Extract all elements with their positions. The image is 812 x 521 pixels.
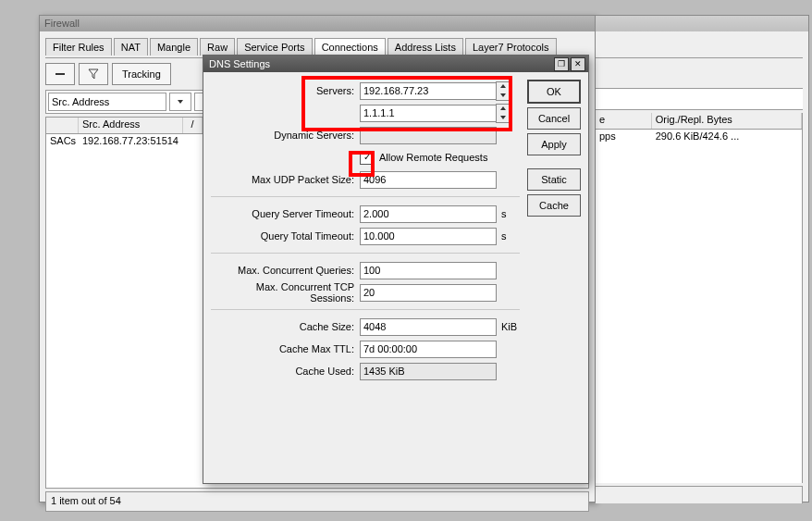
servers-label: Servers:	[211, 85, 360, 96]
col-sort-marker[interactable]: /	[183, 118, 203, 133]
tab-connections[interactable]: Connections	[314, 38, 386, 56]
seconds-unit: s	[501, 230, 520, 242]
filter-field-combo[interactable]: Src. Address	[48, 93, 166, 111]
col-blank[interactable]	[46, 118, 79, 133]
allow-remote-checkbox[interactable]	[360, 151, 374, 165]
ok-label: OK	[547, 86, 561, 97]
static-label: Static	[541, 174, 567, 185]
cell-src-address: 192.168.77.23:51514	[79, 134, 198, 149]
max-udp-field[interactable]	[360, 171, 497, 189]
tab-service-ports[interactable]: Service Ports	[237, 38, 312, 56]
query-server-timeout-field[interactable]	[360, 205, 497, 223]
col-e-label: e	[599, 114, 605, 125]
ok-button[interactable]: OK	[527, 80, 581, 104]
server1-spinner[interactable]	[496, 81, 511, 101]
cache-used-field	[360, 363, 497, 380]
filter-field-label: Src. Address	[52, 96, 109, 107]
query-server-timeout-label: Query Server Timeout:	[211, 208, 360, 219]
status-bar: 1 item out of 54	[45, 491, 589, 512]
cache-used-label: Cache Used:	[211, 366, 360, 377]
right-window-fragment: e Orig./Repl. Bytes pps 290.6 KiB/424.6 …	[596, 15, 809, 502]
col-orig-repl-bytes[interactable]: Orig./Repl. Bytes	[652, 113, 802, 129]
cell-type: SACs	[46, 134, 79, 149]
cache-button[interactable]: Cache	[527, 194, 581, 217]
cancel-button[interactable]: Cancel	[527, 107, 581, 130]
dns-form: Servers:	[211, 80, 520, 382]
seconds-unit: s	[501, 208, 520, 219]
col-e[interactable]: e	[596, 113, 652, 129]
cancel-label: Cancel	[538, 113, 570, 124]
query-total-timeout-label: Query Total Timeout:	[211, 230, 360, 242]
close-button[interactable]: ✕	[571, 57, 585, 71]
apply-button[interactable]: Apply	[527, 133, 581, 155]
dns-title: DNS Settings	[209, 58, 270, 69]
filter-button[interactable]	[79, 63, 108, 85]
tab-raw[interactable]: Raw	[200, 38, 235, 56]
filter-field-dropdown[interactable]	[169, 93, 191, 111]
dynamic-servers-field	[360, 127, 497, 144]
server2-spinner[interactable]	[496, 104, 511, 123]
tab-nat[interactable]: NAT	[114, 38, 148, 56]
server2-field[interactable]	[360, 105, 497, 122]
max-conc-tcp-label: Max. Concurrent TCP Sessions:	[211, 281, 360, 304]
firewall-titlebar[interactable]: Firewall	[40, 16, 595, 31]
dns-button-column: OK Cancel Apply Static Cache	[527, 80, 581, 382]
max-conc-tcp-field[interactable]	[360, 284, 497, 302]
sort-marker: /	[191, 118, 193, 130]
allow-remote-label: Allow Remote Requests	[379, 152, 487, 163]
minus-icon	[55, 73, 65, 75]
max-conc-queries-label: Max. Concurrent Queries:	[211, 265, 360, 276]
max-udp-label: Max UDP Packet Size:	[211, 174, 360, 185]
tracking-button[interactable]: Tracking	[112, 63, 171, 85]
spin-down-icon[interactable]	[497, 91, 510, 100]
firewall-title: Firewall	[44, 18, 80, 29]
cache-size-label: Cache Size:	[211, 321, 360, 332]
cache-max-ttl-field[interactable]	[360, 341, 497, 358]
apply-label: Apply	[541, 139, 567, 150]
spin-up-icon[interactable]	[497, 105, 510, 114]
cache-label: Cache	[539, 200, 569, 211]
dynamic-servers-label: Dynamic Servers:	[211, 130, 360, 141]
server1-field[interactable]	[360, 82, 497, 100]
tab-layer7[interactable]: Layer7 Protocols	[465, 38, 557, 56]
query-total-timeout-field[interactable]	[360, 228, 497, 245]
spin-up-icon[interactable]	[497, 82, 510, 92]
tab-mangle[interactable]: Mangle	[150, 38, 198, 56]
cache-size-field[interactable]	[360, 318, 497, 336]
max-conc-queries-field[interactable]	[360, 262, 497, 279]
spin-down-icon[interactable]	[497, 113, 510, 122]
tracking-label: Tracking	[122, 68, 161, 80]
static-button[interactable]: Static	[527, 168, 581, 191]
cell-orig-repl: 290.6 KiB/424.6 ...	[652, 130, 802, 144]
remove-button[interactable]	[45, 63, 75, 85]
table-row[interactable]: pps 290.6 KiB/424.6 ...	[596, 130, 802, 144]
cache-max-ttl-label: Cache Max TTL:	[211, 343, 360, 354]
col-src-address-label: Src. Address	[82, 118, 140, 130]
dns-titlebar[interactable]: DNS Settings ❐ ✕	[203, 56, 588, 72]
chevron-down-icon	[178, 100, 183, 104]
tab-address-lists[interactable]: Address Lists	[388, 38, 463, 56]
cell-e: pps	[596, 130, 652, 144]
status-text: 1 item out of 54	[51, 495, 121, 506]
tab-filter-rules[interactable]: Filter Rules	[45, 38, 112, 56]
col-src-address[interactable]: Src. Address	[79, 118, 183, 133]
dns-settings-dialog: DNS Settings ❐ ✕ Servers:	[203, 55, 589, 484]
funnel-icon	[88, 68, 99, 80]
kib-unit: KiB	[501, 321, 520, 332]
col-orig-label: Orig./Repl. Bytes	[656, 114, 732, 125]
restore-button[interactable]: ❐	[554, 57, 569, 71]
